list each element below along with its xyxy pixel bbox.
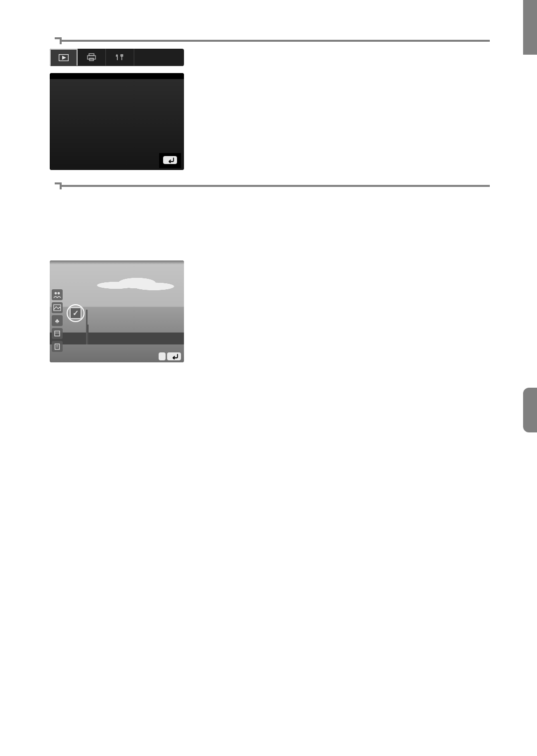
- lcd3-title: [50, 260, 184, 264]
- camera-menu-screenshot-1: [50, 49, 184, 66]
- playback-tab-icon: [50, 49, 78, 66]
- set-badge: [159, 352, 166, 360]
- lcd2-title: [50, 73, 184, 79]
- menu-badge: [163, 156, 177, 164]
- return-icon: [171, 353, 178, 359]
- camera-menu-screenshot-2: [50, 73, 184, 170]
- svg-rect-3: [88, 56, 95, 59]
- people-category-icon: [52, 289, 63, 300]
- tools-tab-icon: [106, 49, 134, 66]
- svg-rect-8: [55, 331, 60, 336]
- check-icon: ✓: [73, 309, 79, 318]
- svg-point-6: [58, 292, 60, 295]
- menu-badge: [167, 352, 181, 360]
- section-title-bar: [55, 185, 490, 187]
- return-icon: [167, 157, 174, 163]
- scenery-category-icon: [52, 302, 63, 313]
- events-category-icon: ♣: [52, 315, 63, 326]
- page-edge-tab: [523, 0, 537, 55]
- page-side-tab: [523, 388, 537, 432]
- section-title-bar: [55, 40, 490, 42]
- camera-photo-screenshot: ♣ ✓: [50, 260, 184, 362]
- svg-marker-1: [62, 56, 66, 60]
- category4-icon: [52, 328, 63, 339]
- selection-indicator: ✓: [67, 304, 85, 322]
- section-title-choosing-images: [50, 185, 490, 187]
- section-title-using-menu: [50, 40, 490, 42]
- print-tab-icon: [78, 49, 106, 66]
- svg-point-5: [55, 292, 57, 295]
- category5-icon: [52, 341, 63, 352]
